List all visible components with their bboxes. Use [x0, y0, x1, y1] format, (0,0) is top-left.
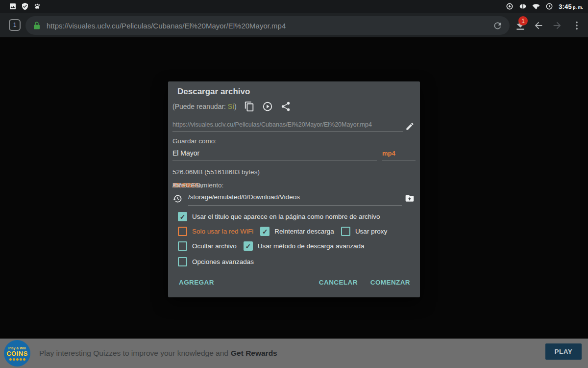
forward-arrow-icon[interactable]: [552, 20, 563, 31]
paw-icon: [33, 2, 41, 10]
checkbox-wifi-only[interactable]: [178, 227, 187, 236]
checkbox-retry-download-label: Reintentar descarga: [274, 228, 334, 235]
overflow-menu-icon[interactable]: [571, 20, 582, 31]
cancel-button[interactable]: CANCELAR: [319, 279, 358, 286]
address-bar-url[interactable]: https://visuales.uclv.cu/Peliculas/Cuban…: [47, 22, 489, 30]
browser-toolbar: 1 https://visuales.uclv.cu/Peliculas/Cub…: [0, 13, 588, 37]
checkbox-row-options: Opciones avanzadas: [178, 257, 254, 266]
status-time-suffix: p. m.: [573, 5, 583, 10]
edit-url-icon[interactable]: [405, 122, 415, 131]
dialog-action-buttons: CANCELAR COMENZAR: [319, 279, 410, 286]
filename-field[interactable]: El Mayor: [172, 149, 377, 160]
checkbox-advanced-method[interactable]: [244, 241, 253, 251]
ad-text: Play interesting Quizzes to improve your…: [39, 339, 277, 368]
share-icon[interactable]: [280, 101, 291, 112]
checkbox-use-page-title[interactable]: [178, 212, 187, 221]
save-as-label: Guardar como:: [172, 137, 217, 145]
back-arrow-icon[interactable]: [533, 20, 544, 31]
wifi-off-icon: [532, 2, 540, 10]
play-preview-icon[interactable]: [262, 101, 273, 112]
image-notification-icon: [9, 2, 17, 10]
ad-banner[interactable]: Play & Win COINS Play interesting Quizze…: [0, 339, 588, 368]
resume-label: (Puede reanudar: Sí): [172, 103, 237, 110]
ad-play-button[interactable]: PLAY: [545, 343, 582, 360]
add-button[interactable]: AGREGAR: [179, 279, 214, 286]
checkbox-retry-download[interactable]: [260, 227, 270, 236]
downloads-button[interactable]: 1: [514, 19, 527, 32]
coins-badge: Play & Win COINS: [4, 340, 30, 367]
refresh-icon[interactable]: [492, 21, 503, 31]
checkbox-advanced-method-label: Usar método de descarga avanzada: [258, 242, 365, 250]
data-saver-icon: [506, 2, 514, 10]
status-bar-notifications: [9, 2, 41, 10]
download-url-field[interactable]: https://visuales.uclv.cu/Peliculas/Cuban…: [172, 121, 403, 132]
ad-text-highlight: Get Rewards: [231, 349, 277, 358]
checkbox-row-title: Usar el titulo que aparece en la página …: [178, 212, 380, 221]
extension-field[interactable]: mp4: [382, 150, 416, 160]
download-dialog: Descargar archivo (Puede reanudar: Sí) h…: [168, 81, 420, 297]
checkbox-row-file: Ocultar archivo Usar método de descarga …: [178, 241, 364, 251]
resume-value: Sí: [228, 103, 234, 110]
checkbox-use-page-title-label: Usar el titulo que aparece en la página …: [192, 213, 380, 220]
checkbox-advanced-options[interactable]: [178, 257, 187, 266]
checkbox-advanced-options-label: Opciones avanzadas: [192, 258, 254, 265]
start-button[interactable]: COMENZAR: [370, 279, 410, 286]
path-row: /storage/emulated/0/Download/Videos: [172, 193, 402, 206]
checkbox-row-network: Solo usar la red WiFi Reintentar descarg…: [178, 227, 387, 236]
file-size-label: 526.06MB (551618683 bytes): [172, 168, 260, 176]
secure-lock-icon: [32, 21, 41, 30]
choose-folder-icon[interactable]: [405, 193, 415, 203]
checkbox-hide-file-label: Ocultar archivo: [192, 242, 237, 250]
tab-counter-button[interactable]: 1: [9, 19, 21, 31]
coins-badge-title: COINS: [6, 350, 28, 357]
coins-decoration: [9, 358, 25, 361]
checkbox-use-proxy[interactable]: [341, 227, 350, 236]
eye-icon: [519, 2, 527, 10]
checkbox-hide-file[interactable]: [178, 241, 187, 251]
page-background: 3:45p. m. 1 https://visuales.uclv.cu/Pel…: [0, 0, 588, 368]
status-bar: 3:45p. m.: [0, 0, 588, 13]
resume-row: (Puede reanudar: Sí): [172, 101, 291, 112]
checkbox-use-proxy-label: Usar proxy: [355, 228, 387, 235]
history-icon[interactable]: [172, 194, 182, 204]
checkbox-wifi-only-label: Solo usar la red WiFi: [192, 228, 253, 235]
download-count-badge: 1: [518, 16, 528, 26]
status-bar-system: 3:45p. m.: [506, 2, 583, 11]
dialog-title: Descargar archivo: [177, 87, 250, 97]
status-time: 3:45: [559, 3, 572, 10]
address-bar[interactable]: https://visuales.uclv.cu/Peliculas/Cuban…: [25, 16, 510, 35]
shield-check-icon: [21, 2, 29, 10]
download-path-field[interactable]: /storage/emulated/0/Download/Videos: [188, 193, 402, 206]
coins-badge-subtitle: Play & Win: [8, 346, 26, 350]
clock-status-icon: [545, 2, 553, 10]
copy-icon[interactable]: [244, 101, 255, 112]
